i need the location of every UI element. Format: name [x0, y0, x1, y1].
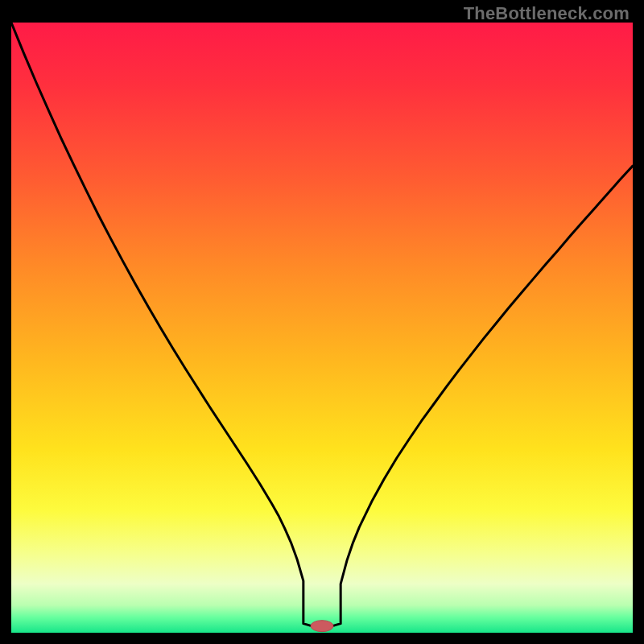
chart-container: TheBottleneck.com — [0, 0, 644, 644]
plot-area — [11, 23, 633, 633]
gradient-background — [11, 23, 633, 633]
minimum-marker — [311, 621, 333, 632]
watermark-text: TheBottleneck.com — [464, 3, 630, 24]
chart-svg — [11, 23, 633, 633]
